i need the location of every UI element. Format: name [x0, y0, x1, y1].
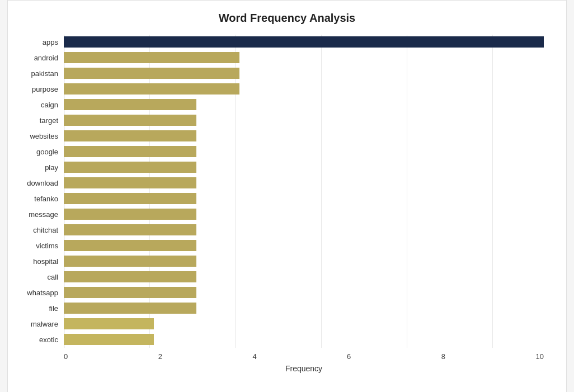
- bar-label: file: [19, 304, 64, 313]
- x-tick: 8: [441, 352, 445, 361]
- bar-row: call: [64, 270, 544, 284]
- bar: [64, 36, 544, 48]
- bar-label: tefanko: [19, 195, 64, 203]
- x-tick: 2: [158, 352, 162, 361]
- bar-label: target: [19, 116, 64, 125]
- bar-label: chitchat: [19, 226, 64, 234]
- bar-label: purpose: [19, 85, 64, 93]
- bar-row: malware: [64, 317, 544, 331]
- bar: [64, 177, 196, 188]
- bar-row: google: [64, 144, 544, 159]
- bar-row: android: [64, 50, 544, 65]
- x-tick: 6: [347, 352, 351, 361]
- bar-row: tefanko: [64, 191, 544, 206]
- bar: [64, 318, 154, 329]
- x-axis-label: Frequency: [64, 364, 544, 373]
- bar: [64, 271, 196, 282]
- x-tick: 10: [536, 352, 544, 361]
- bar: [64, 68, 239, 79]
- bar-row: play: [64, 160, 544, 174]
- chart-inner: appsandroidpakistanpurposecaigntargetweb…: [19, 35, 555, 348]
- x-axis: 0246810: [64, 352, 544, 361]
- bar: [64, 193, 196, 204]
- bars-wrapper: appsandroidpakistanpurposecaigntargetweb…: [64, 35, 544, 348]
- bar: [64, 240, 196, 251]
- bar-row: target: [64, 113, 544, 127]
- bar: [64, 303, 196, 314]
- x-tick: 0: [64, 352, 68, 361]
- bar-row: websites: [64, 129, 544, 143]
- bar-label: victims: [19, 242, 64, 250]
- bar-label: websites: [19, 132, 64, 140]
- bar-label: download: [19, 179, 64, 187]
- bar-label: pakistan: [19, 69, 64, 78]
- bar-label: malware: [19, 320, 64, 328]
- bar-label: exotic: [19, 336, 64, 344]
- bar: [64, 52, 239, 63]
- bar-row: hospital: [64, 254, 544, 268]
- bar: [64, 83, 239, 95]
- bar-row: purpose: [64, 82, 544, 96]
- bar-label: call: [19, 273, 64, 281]
- chart-title: Word Frequency Analysis: [19, 12, 555, 25]
- bar-label: play: [19, 163, 64, 172]
- bar: [64, 99, 196, 110]
- bar-label: hospital: [19, 257, 64, 266]
- bar: [64, 334, 154, 345]
- bar: [64, 224, 196, 235]
- bar-label: android: [19, 54, 64, 62]
- bar: [64, 287, 196, 298]
- bar: [64, 146, 196, 157]
- bar-row: chitchat: [64, 223, 544, 237]
- x-tick: 4: [252, 352, 256, 361]
- bar-row: message: [64, 207, 544, 221]
- bar: [64, 162, 196, 173]
- bar-row: pakistan: [64, 66, 544, 81]
- bar: [64, 209, 196, 220]
- bar-row: caign: [64, 97, 544, 112]
- chart-container: Word Frequency Analysis appsandroidpakis…: [7, 0, 567, 392]
- bar-label: google: [19, 148, 64, 156]
- bar-label: message: [19, 210, 64, 219]
- bar-row: exotic: [64, 332, 544, 347]
- bar-label: caign: [19, 101, 64, 109]
- bar: [64, 256, 196, 267]
- bar-row: victims: [64, 238, 544, 253]
- bar-row: download: [64, 176, 544, 190]
- bar-row: file: [64, 301, 544, 315]
- bar: [64, 130, 196, 141]
- bar-row: whatsapp: [64, 285, 544, 300]
- bar: [64, 115, 196, 126]
- chart-area: appsandroidpakistanpurposecaigntargetweb…: [64, 35, 544, 348]
- bar-label: apps: [19, 38, 64, 46]
- bar-label: whatsapp: [19, 289, 64, 297]
- bar-row: apps: [64, 35, 544, 49]
